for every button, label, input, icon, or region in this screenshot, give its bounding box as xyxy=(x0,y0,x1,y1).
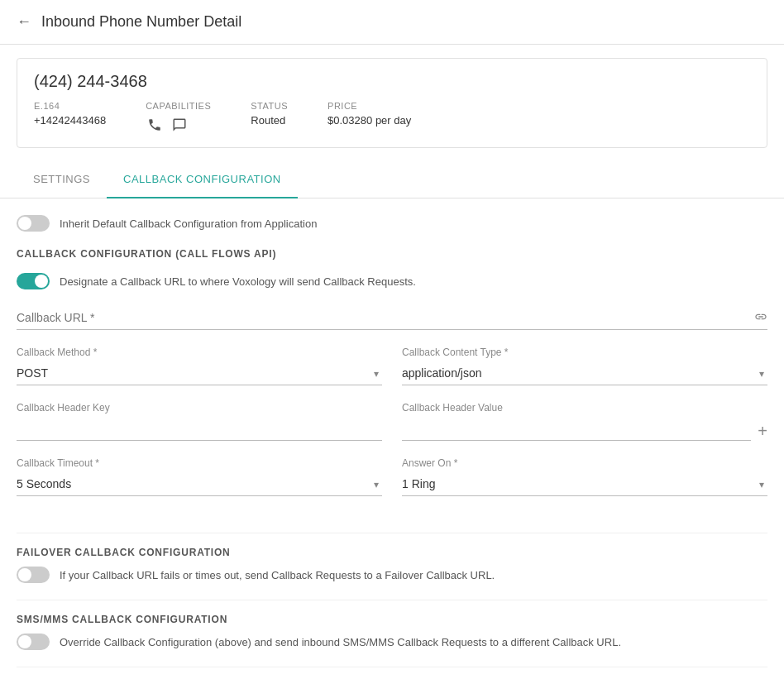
phone-capability-icon xyxy=(146,116,164,134)
status-group: STATUS Routed xyxy=(251,101,288,127)
e164-value: +14242443468 xyxy=(34,114,106,127)
failover-toggle-label: If your Callback URL fails or times out,… xyxy=(60,569,495,581)
callback-timeout-wrapper: 5 Seconds 10 Seconds 15 Seconds 30 Secon… xyxy=(17,472,382,496)
e164-group: E.164 +14242443468 xyxy=(34,101,106,127)
status-label: STATUS xyxy=(251,101,288,111)
callback-header-key-field: Callback Header Key xyxy=(17,402,382,441)
price-value: $0.03280 per day xyxy=(327,114,411,127)
smsmms-toggle-label: Override Callback Configuration (above) … xyxy=(60,636,621,648)
header-value-container: + xyxy=(402,417,767,441)
smsmms-toggle-row: Override Callback Configuration (above) … xyxy=(17,634,767,650)
smsmms-section: SMS/MMS CALLBACK CONFIGURATION Override … xyxy=(17,614,767,650)
tab-settings[interactable]: SETTINGS xyxy=(17,161,107,198)
smsmms-toggle[interactable] xyxy=(17,634,50,650)
callback-content-type-field: Callback Content Type * application/json… xyxy=(402,347,767,385)
phone-info-card: (424) 244-3468 E.164 +14242443468 CAPABI… xyxy=(17,58,767,148)
callback-url-input[interactable] xyxy=(17,306,754,329)
failover-title: FAILOVER CALLBACK CONFIGURATION xyxy=(17,547,767,558)
designate-toggle-label: Designate a Callback URL to where Voxolo… xyxy=(60,275,416,288)
callback-url-row xyxy=(17,306,767,330)
callback-header-value-field: Callback Header Value + xyxy=(402,402,767,441)
capabilities-group: CAPABILITIES xyxy=(146,101,211,134)
callback-method-field: Callback Method * POST GET ▾ xyxy=(17,347,382,385)
callback-header-key-label: Callback Header Key xyxy=(17,402,382,414)
header-key-value-row: Callback Header Key Callback Header Valu… xyxy=(17,402,767,441)
callback-method-select[interactable]: POST GET xyxy=(17,361,382,385)
callback-header-value-input[interactable] xyxy=(402,417,751,441)
capabilities-icons xyxy=(146,116,211,134)
e164-label: E.164 xyxy=(34,101,106,111)
callback-timeout-field: Callback Timeout * 5 Seconds 10 Seconds … xyxy=(17,457,382,496)
status-value: Routed xyxy=(251,114,288,127)
callback-method-wrapper: POST GET ▾ xyxy=(17,361,382,385)
callback-config-title: CALLBACK CONFIGURATION (CALL FLOWS API) xyxy=(17,248,767,260)
timeout-answeron-row: Callback Timeout * 5 Seconds 10 Seconds … xyxy=(17,457,767,513)
phone-number: (424) 244-3468 xyxy=(34,72,750,91)
tabs-bar: SETTINGS CALLBACK CONFIGURATION xyxy=(0,161,784,198)
capabilities-label: CAPABILITIES xyxy=(146,101,211,111)
price-label: PRICE xyxy=(327,101,411,111)
designate-toggle-row: Designate a Callback URL to where Voxolo… xyxy=(17,273,767,289)
callback-content-type-label: Callback Content Type * xyxy=(402,347,767,358)
answer-on-label: Answer On * xyxy=(402,457,767,469)
callback-header-key-input[interactable] xyxy=(17,417,382,441)
inherit-toggle[interactable] xyxy=(17,215,50,232)
back-button[interactable]: ← xyxy=(17,13,31,31)
smsmms-title: SMS/MMS CALLBACK CONFIGURATION xyxy=(17,614,767,625)
answer-on-select[interactable]: 1 Ring 2 Rings 3 Rings xyxy=(402,472,767,496)
answer-on-wrapper: 1 Ring 2 Rings 3 Rings ▾ xyxy=(402,472,767,496)
callback-header-value-label: Callback Header Value xyxy=(402,402,767,414)
callback-config-section: CALLBACK CONFIGURATION (CALL FLOWS API) … xyxy=(17,248,767,513)
inherit-toggle-label: Inherit Default Callback Configuration f… xyxy=(60,218,317,230)
answer-on-field: Answer On * 1 Ring 2 Rings 3 Rings ▾ xyxy=(402,457,767,496)
content-area: Inherit Default Callback Configuration f… xyxy=(0,198,784,679)
add-header-button[interactable]: + xyxy=(758,422,767,441)
url-icon xyxy=(754,310,767,326)
method-content-type-row: Callback Method * POST GET ▾ Callback Co… xyxy=(17,347,767,402)
failover-toggle[interactable] xyxy=(17,567,50,583)
callback-content-type-wrapper: application/json application/x-www-form-… xyxy=(402,361,767,385)
price-group: PRICE $0.03280 per day xyxy=(327,101,411,127)
callback-content-type-select[interactable]: application/json application/x-www-form-… xyxy=(402,361,767,385)
header-bar: ← Inbound Phone Number Detail xyxy=(0,0,784,45)
failover-section: FAILOVER CALLBACK CONFIGURATION If your … xyxy=(17,547,767,583)
sms-capability-icon xyxy=(170,116,189,134)
page-title: Inbound Phone Number Detail xyxy=(41,13,241,31)
tab-callback-configuration[interactable]: CALLBACK CONFIGURATION xyxy=(107,161,298,198)
callback-method-label: Callback Method * xyxy=(17,347,382,358)
inherit-toggle-row: Inherit Default Callback Configuration f… xyxy=(17,215,767,232)
callback-timeout-select[interactable]: 5 Seconds 10 Seconds 15 Seconds 30 Secon… xyxy=(17,472,382,496)
callback-timeout-label: Callback Timeout * xyxy=(17,457,382,469)
failover-toggle-row: If your Callback URL fails or times out,… xyxy=(17,567,767,583)
designate-toggle[interactable] xyxy=(17,273,50,289)
